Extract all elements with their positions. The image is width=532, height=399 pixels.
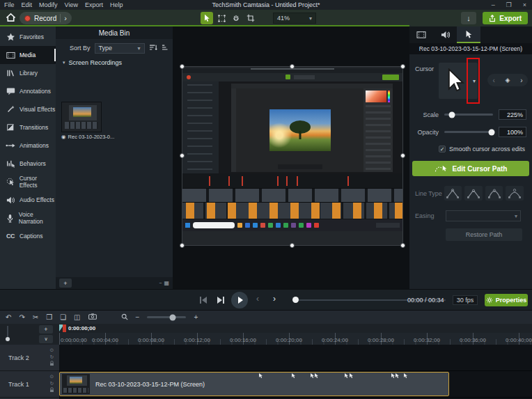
resize-handle[interactable] — [180, 243, 185, 248]
sidebar-item-voice-narration[interactable]: Voice Narration — [0, 209, 56, 227]
smooth-cursor-checkbox[interactable]: ✓ — [439, 146, 446, 152]
maximize-button[interactable]: ❐ — [506, 0, 512, 10]
track-loop-icon[interactable]: ↻ — [50, 354, 54, 360]
sidebar-item-favorites[interactable]: Favorites — [0, 28, 56, 46]
track-loop-icon[interactable]: ↻ — [50, 380, 54, 386]
menu-file[interactable]: File — [4, 1, 15, 8]
sidebar-item-visual-effects[interactable]: Visual Effects — [0, 100, 56, 118]
menu-export[interactable]: Export — [85, 1, 103, 8]
opacity-slider[interactable] — [444, 131, 493, 133]
resize-handle[interactable] — [180, 153, 185, 158]
redo-icon[interactable]: ↷ — [19, 314, 24, 321]
previous-clip-button[interactable]: ‹ — [256, 294, 259, 304]
line-type-curved-button[interactable] — [485, 186, 503, 201]
collapse-tracks-button[interactable]: ∨ — [39, 335, 53, 343]
sidebar-item-cursor-effects[interactable]: Cursor Effects — [0, 173, 56, 191]
edit-cursor-path-button[interactable]: Edit Cursor Path — [412, 161, 529, 176]
track-1-lane[interactable]: Rec 03-10-2023-03-15-12-PM (Screen) — [59, 371, 532, 398]
sort-descending-icon[interactable] — [162, 44, 170, 52]
playhead-marker[interactable] — [59, 324, 66, 332]
sidebar-item-captions[interactable]: CCCaptions — [0, 227, 56, 245]
menu-view[interactable]: View — [65, 1, 78, 8]
zoom-in-button[interactable]: + — [194, 314, 198, 321]
record-button[interactable]: Record › — [19, 12, 72, 24]
select-tool-button[interactable] — [201, 12, 213, 24]
sidebar-item-animations[interactable]: Animations — [0, 136, 56, 155]
undo-icon[interactable]: ↶ — [6, 314, 11, 321]
play-button[interactable] — [231, 292, 248, 308]
scale-slider[interactable] — [444, 114, 493, 116]
record-expand-icon[interactable]: › — [64, 14, 67, 22]
track-height-slider[interactable] — [7, 326, 8, 341]
menu-modify[interactable]: Modify — [39, 1, 58, 8]
split-icon[interactable]: ◫ — [74, 314, 80, 321]
minimize-button[interactable]: – — [492, 0, 495, 10]
resize-handle[interactable] — [400, 243, 405, 248]
track-2-lane[interactable] — [59, 345, 532, 371]
line-type-smooth-button[interactable] — [506, 186, 524, 201]
sidebar-item-library[interactable]: Library — [0, 64, 56, 82]
zoom-timeline-icon[interactable] — [121, 313, 128, 322]
scrubber-handle[interactable] — [292, 297, 299, 303]
menu-edit[interactable]: Edit — [22, 1, 33, 8]
track-1-header[interactable]: Track 1 ⊙ ↻ — [0, 371, 59, 398]
sidebar-item-audio-effects[interactable]: Audio Effects — [0, 191, 56, 209]
close-button[interactable]: × — [523, 0, 526, 10]
resize-handle[interactable] — [290, 243, 295, 248]
lock-icon[interactable] — [49, 387, 54, 393]
sort-ascending-icon[interactable] — [149, 44, 157, 52]
tab-cursor-properties[interactable] — [457, 26, 480, 43]
previous-frame-button[interactable] — [197, 295, 210, 306]
line-type-sharp-button[interactable] — [444, 186, 462, 201]
zoom-out-button[interactable]: − — [136, 314, 140, 321]
cursor-keyframe-marker[interactable] — [403, 373, 408, 380]
canvas-zoom-select[interactable]: 41% ▾ — [273, 13, 316, 24]
crop-tool-button[interactable] — [244, 12, 257, 24]
transform-tool-button[interactable] — [215, 12, 228, 24]
sidebar-item-annotations[interactable]: Annotations — [0, 82, 56, 100]
export-button[interactable]: Export — [483, 12, 528, 24]
playhead-row[interactable]: 0:00:00;00 — [59, 324, 532, 333]
menu-help[interactable]: Help — [110, 1, 123, 8]
resize-handle[interactable] — [290, 64, 295, 69]
sidebar-item-transitions[interactable]: Transitions — [0, 118, 56, 136]
cursor-style-preview[interactable]: ▾ — [439, 63, 478, 99]
easing-select[interactable]: ▾ — [446, 210, 521, 221]
resize-handle[interactable] — [400, 64, 405, 69]
next-clip-button[interactable]: › — [273, 294, 276, 304]
track-visibility-icon[interactable]: ⊙ — [50, 347, 54, 353]
sidebar-item-media[interactable]: Media — [0, 46, 56, 64]
pan-tool-button[interactable] — [230, 12, 242, 24]
track-visibility-icon[interactable]: ⊙ — [50, 373, 54, 380]
restore-path-button[interactable]: Restore Path — [446, 228, 522, 241]
home-icon[interactable] — [6, 13, 16, 24]
line-type-rounded-button[interactable] — [464, 186, 483, 201]
resize-handle[interactable] — [180, 64, 185, 69]
download-button[interactable]: ↓ — [461, 12, 476, 24]
previous-keyframe-button[interactable]: ‹ — [492, 77, 494, 84]
properties-toggle-button[interactable]: Properties — [485, 294, 528, 306]
cursor-keyframe-marker[interactable] — [314, 373, 319, 380]
cursor-keyframe-marker[interactable] — [395, 373, 400, 380]
next-keyframe-button[interactable]: › — [520, 77, 522, 84]
cut-icon[interactable]: ✂ — [33, 314, 38, 321]
screenshot-icon[interactable] — [88, 313, 97, 321]
timeline-clip[interactable]: Rec 03-10-2023-03-15-12-PM (Screen) — [59, 372, 449, 396]
cursor-keyframe-marker[interactable] — [291, 373, 296, 380]
resize-handle[interactable] — [400, 153, 405, 158]
media-item[interactable]: ◉ Rec 03-10-2023-0... — [61, 102, 102, 140]
screen-recordings-group[interactable]: ▾ Screen Recordings — [56, 57, 173, 68]
opacity-value-field[interactable]: 100% — [499, 127, 526, 137]
add-media-button[interactable]: + — [59, 279, 72, 288]
timeline-zoom-slider[interactable] — [147, 316, 186, 318]
timeline-ruler[interactable]: 0:00:00;000:00:04;000:00:08;000:00:12;00… — [59, 333, 532, 345]
next-frame-button[interactable] — [214, 295, 227, 306]
scale-value-field[interactable]: 225% — [499, 109, 526, 120]
paste-icon[interactable]: ❏ — [60, 314, 66, 321]
lock-icon[interactable] — [49, 361, 54, 366]
sort-by-select[interactable]: Type ▾ — [95, 43, 145, 54]
tab-visual-properties[interactable] — [409, 26, 433, 43]
tab-audio-properties[interactable] — [433, 26, 457, 43]
sidebar-item-behaviors[interactable]: Behaviors — [0, 155, 56, 173]
add-track-button[interactable]: + — [39, 325, 53, 334]
